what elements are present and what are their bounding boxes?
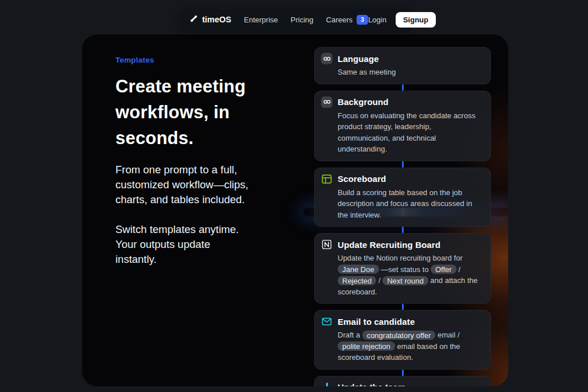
brand-name: timeOS (202, 15, 231, 24)
description-text: Draft a (338, 331, 362, 339)
careers-count-badge: 3 (357, 15, 368, 25)
timeos-logo-icon (189, 14, 198, 25)
infinity-icon (321, 53, 332, 64)
workflow-card-language[interactable]: LanguageSame as meeting (314, 47, 491, 84)
connector-line (314, 84, 491, 91)
card-title: Background (338, 96, 389, 107)
notion-icon (321, 239, 332, 250)
connector-line (314, 304, 491, 310)
variable-chip: polite rejection (338, 341, 395, 351)
hero-paragraph-2: Switch templates anytime. Your outputs u… (115, 222, 249, 267)
card-description: Draft a congratulatory offer email / pol… (338, 329, 482, 363)
description-text: Same as meeting (338, 68, 396, 76)
hero-paragraph-1: From one prompt to a full, customized wo… (115, 162, 257, 207)
brand-logo[interactable]: timeOS (189, 14, 231, 25)
card-description: Update the Notion recruiting board for J… (338, 253, 482, 297)
nav-link-careers[interactable]: Careers 3 (326, 15, 368, 25)
card-description: Focus on evaluating the candidate across… (338, 110, 482, 155)
hero-section: Templates Create meeting workflows, in s… (115, 56, 276, 267)
signup-button[interactable]: Signup (396, 12, 436, 28)
connector-line (314, 370, 491, 376)
slack-icon (321, 382, 332, 387)
section-eyebrow: Templates (115, 56, 276, 64)
workflow-card-update-recruiting-board[interactable]: Update Recruiting BoardUpdate the Notion… (314, 233, 491, 304)
login-link[interactable]: Login (368, 15, 386, 24)
nav-link-label: Enterprise (244, 15, 278, 24)
card-title: Update Recruiting Board (338, 239, 440, 250)
description-text: email / (435, 331, 459, 339)
variable-chip: congratulatory offer (362, 331, 436, 340)
connector-line (314, 227, 491, 233)
nav-bar: timeOS Enterprise Pricing Careers 3 Logi… (179, 9, 411, 30)
card-title: Scoreboard (338, 173, 386, 184)
connector-line (314, 161, 491, 168)
workflow-cards: LanguageSame as meetingBackgroundFocus o… (314, 47, 491, 386)
workflow-card-scoreboard[interactable]: ScoreboardBuild a scoring table based on… (314, 168, 491, 227)
variable-chip: Next round (382, 276, 428, 285)
nav-link-label: Pricing (291, 15, 314, 24)
card-description: Build a scoring table based on the job d… (338, 187, 482, 221)
description-text: —set status to (379, 265, 431, 274)
description-text: Focus on evaluating the candidate across… (338, 111, 475, 154)
card-title: Update the team (338, 382, 405, 386)
main-panel: Templates Create meeting workflows, in s… (82, 34, 508, 386)
card-title: Email to candidate (338, 316, 415, 327)
mail-icon (321, 316, 332, 327)
workflow-card-update-the-team[interactable]: Update the teamDraft a Slack message upd… (314, 376, 491, 387)
nav-link-label: Careers (326, 15, 353, 24)
page-title: Create meeting workflows, in seconds. (115, 73, 260, 151)
timeos-landing-page: { "nav": { "brand": "timeOS", "links": [… (0, 0, 588, 392)
description-text: Update the Notion recruiting board for (338, 254, 463, 262)
nav-link-pricing[interactable]: Pricing (291, 15, 314, 24)
nav-link-enterprise[interactable]: Enterprise (244, 15, 278, 24)
infinity-icon (321, 96, 332, 108)
description-text: / (376, 276, 382, 285)
variable-chip: Rejected (338, 276, 376, 285)
variable-chip: Offer (431, 265, 457, 274)
description-text: Build a scoring table based on the job d… (338, 188, 472, 219)
card-description: Same as meeting (338, 67, 482, 78)
table-icon (321, 173, 332, 185)
workflow-card-email-to-candidate[interactable]: Email to candidateDraft a congratulatory… (314, 310, 491, 370)
card-title: Language (338, 53, 379, 64)
variable-chip: Jane Doe (338, 265, 379, 274)
workflow-card-background[interactable]: BackgroundFocus on evaluating the candid… (314, 91, 491, 161)
description-text: / (457, 265, 461, 274)
